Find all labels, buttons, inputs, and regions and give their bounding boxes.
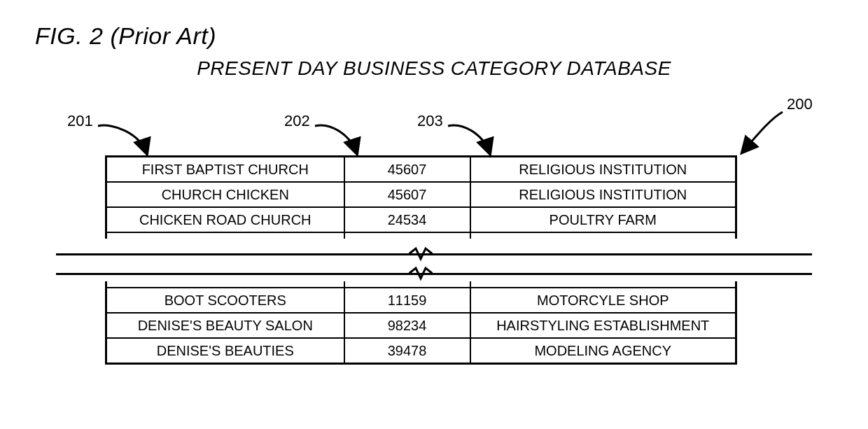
cell-category: HAIRSTYLING ESTABLISHMENT [470,313,736,338]
cell-code: 24534 [344,207,470,232]
cell-category: MOTORCYLE SHOP [470,288,736,313]
ref-200: 200 [787,95,813,113]
cell-name: DENISE'S BEAUTIES [106,338,344,364]
figure-stage: FIG. 2 (Prior Art) PRESENT DAY BUSINESS … [0,0,868,429]
break-zigzag-icon [409,266,433,281]
cell-name: CHICKEN ROAD CHURCH [106,207,344,232]
cell-code: 45607 [344,157,470,183]
database-table-top: FIRST BAPTIST CHURCH 45607 RELIGIOUS INS… [105,155,737,239]
cell-name: BOOT SCOOTERS [106,288,344,313]
table-row: DENISE'S BEAUTY SALON 98234 HAIRSTYLING … [106,313,736,338]
table-break-line [56,253,812,255]
cell-name: CHURCH CHICKEN [106,182,344,207]
cell-category: RELIGIOUS INSTITUTION [470,182,736,207]
break-zigzag-icon [409,246,433,262]
cell-code: 39478 [344,338,470,364]
cell-code: 45607 [344,182,470,207]
figure-title: PRESENT DAY BUSINESS CATEGORY DATABASE [0,57,868,80]
figure-label: FIG. 2 (Prior Art) [35,22,216,50]
table-row: CHURCH CHICKEN 45607 RELIGIOUS INSTITUTI… [106,182,736,207]
table-row: FIRST BAPTIST CHURCH 45607 RELIGIOUS INS… [106,157,736,183]
ref-202: 202 [284,112,310,130]
cell-category: RELIGIOUS INSTITUTION [470,157,736,183]
cell-category: MODELING AGENCY [470,338,736,364]
table-row: CHICKEN ROAD CHURCH 24534 POULTRY FARM [106,207,736,232]
table-break-line [56,273,812,275]
table-row: BOOT SCOOTERS 11159 MOTORCYLE SHOP [106,288,736,313]
ref-203: 203 [417,112,443,130]
cell-code: 11159 [344,288,470,313]
table-stub-row [106,281,736,288]
cell-category: POULTRY FARM [470,207,736,232]
table-stub-row [106,232,736,239]
cell-name: DENISE'S BEAUTY SALON [106,313,344,338]
cell-name: FIRST BAPTIST CHURCH [106,157,344,183]
database-table-bottom: BOOT SCOOTERS 11159 MOTORCYLE SHOP DENIS… [105,281,737,365]
table-row: DENISE'S BEAUTIES 39478 MODELING AGENCY [106,338,736,364]
ref-201: 201 [67,112,93,130]
cell-code: 98234 [344,313,470,338]
